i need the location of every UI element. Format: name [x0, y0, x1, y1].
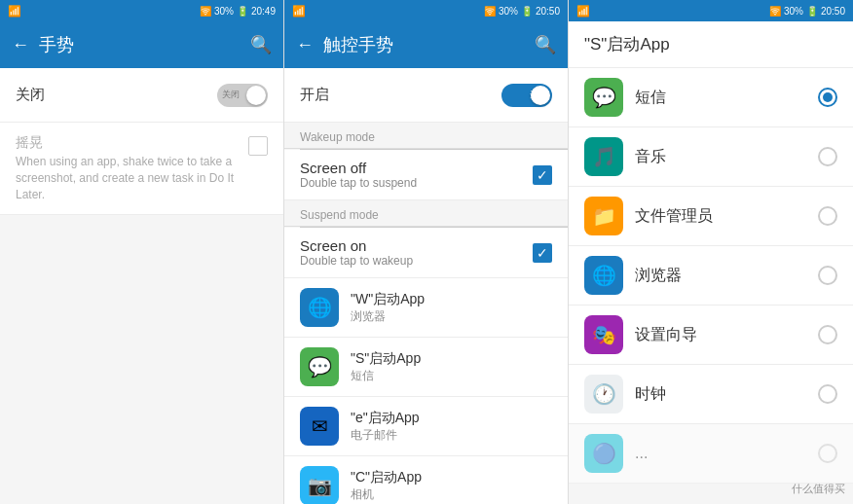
radio-more[interactable] [818, 444, 837, 463]
right-content: 💬 短信 🎵 音乐 📁 文件管理员 🌐 浏览器 🎭 设置向导 [569, 68, 853, 504]
radio-browser[interactable] [818, 266, 837, 285]
radio-sms[interactable] [818, 88, 837, 107]
middle-wifi-icon: 🛜 [484, 6, 496, 17]
app-list-label-more: ... [635, 445, 806, 462]
left-shake-title: 摇晃 [16, 134, 248, 152]
middle-header: ← 触控手势 🔍 [284, 21, 568, 68]
middle-toggle-row: 开启 开启 [284, 68, 568, 123]
middle-content: 开启 开启 Wakeup mode Screen off Double tap … [284, 68, 568, 504]
screen-on-info: Screen on Double tap to wakeup [300, 237, 533, 268]
screen-on-label: Screen on [300, 237, 533, 254]
screen-on-row[interactable]: Screen on Double tap to wakeup ✓ [284, 228, 568, 278]
middle-panel: 📶 🛜 30% 🔋 20:50 ← 触控手势 🔍 开启 开启 Wakeup mo… [284, 0, 569, 504]
left-shake-info: 摇晃 When using an app, shake twice to tak… [16, 134, 248, 202]
right-signal: 30% [784, 6, 803, 17]
left-search-icon[interactable]: 🔍 [250, 34, 272, 55]
app-item-c-info: "C"启动App 相机 [351, 469, 552, 503]
right-status-bar: 📶 🛜 30% 🔋 20:50 [569, 0, 853, 21]
left-shake-desc: When using an app, shake twice to take a… [16, 154, 248, 202]
left-toggle-label: 关闭 [16, 86, 217, 104]
app-list-label-files: 文件管理员 [635, 206, 806, 227]
app-icon-w: 🌐 [300, 288, 339, 327]
right-wifi-icon: 🛜 [769, 6, 781, 17]
app-item-s-info: "S"启动App 短信 [351, 350, 552, 384]
suspend-section-label: Suspend mode [284, 200, 568, 227]
left-toggle-info: 关闭 [16, 86, 217, 104]
middle-search-icon[interactable]: 🔍 [535, 34, 556, 55]
wakeup-section-label: Wakeup mode [284, 123, 568, 149]
right-time: 20:50 [821, 6, 845, 17]
screen-off-sub: Double tap to suspend [300, 176, 533, 190]
app-list-item-files[interactable]: 📁 文件管理员 [569, 187, 853, 246]
middle-status-left: 📶 [292, 5, 306, 18]
left-panel: 📶 🛜 30% 🔋 20:49 ← 手势 🔍 关闭 关闭 摇晃 [0, 0, 284, 504]
middle-battery: 🔋 [521, 6, 533, 17]
left-toggle-switch[interactable]: 关闭 [217, 84, 268, 107]
app-list-item-more[interactable]: 🔵 ... [569, 424, 853, 484]
app-list-item-sms[interactable]: 💬 短信 [569, 68, 853, 127]
right-panel-title: "S"启动App [584, 33, 670, 55]
app-list-icon-clock: 🕐 [584, 375, 623, 414]
app-list-label-clock: 时钟 [635, 384, 806, 405]
left-signal: 30% [214, 6, 234, 17]
right-battery: 🔋 [806, 6, 818, 17]
app-list-icon-sms: 💬 [584, 78, 623, 117]
app-item-c-title: "C"启动App [351, 469, 552, 486]
app-item-w-info: "W"启动App 浏览器 [351, 291, 552, 325]
screen-on-checkbox[interactable]: ✓ [533, 243, 552, 263]
middle-status-right: 🛜 30% 🔋 20:50 [484, 6, 560, 17]
left-toggle-off-text: 关闭 [222, 89, 240, 101]
middle-time: 20:50 [536, 6, 560, 17]
app-item-s[interactable]: 💬 "S"启动App 短信 [284, 338, 568, 397]
right-header: "S"启动App [569, 21, 853, 68]
middle-signal: 30% [499, 6, 518, 17]
left-time: 20:49 [251, 6, 276, 17]
right-status-right: 🛜 30% 🔋 20:50 [769, 6, 845, 17]
middle-toggle-switch[interactable]: 开启 [501, 84, 552, 107]
left-shake-checkbox[interactable] [248, 136, 268, 156]
radio-setup[interactable] [818, 325, 837, 344]
radio-music[interactable] [818, 147, 837, 166]
app-list-icon-music: 🎵 [584, 137, 623, 176]
screen-off-label: Screen off [300, 160, 533, 176]
app-item-c[interactable]: 📷 "C"启动App 相机 [284, 456, 568, 504]
left-status-left: 📶 [8, 5, 21, 18]
app-item-e[interactable]: ✉ "e"启动App 电子邮件 [284, 397, 568, 456]
left-wifi-icon: 🛜 [200, 6, 211, 17]
middle-back-button[interactable]: ← [296, 35, 314, 55]
app-list-label-browser: 浏览器 [635, 266, 806, 286]
left-content: 关闭 关闭 摇晃 When using an app, shake twice … [0, 68, 283, 504]
radio-files[interactable] [818, 206, 837, 226]
app-list-item-music[interactable]: 🎵 音乐 [569, 127, 853, 187]
app-item-w-sub: 浏览器 [351, 308, 552, 325]
left-shake-row[interactable]: 摇晃 When using an app, shake twice to tak… [0, 123, 283, 215]
app-item-e-title: "e"启动App [351, 410, 552, 427]
app-list-item-clock[interactable]: 🕐 时钟 [569, 365, 853, 424]
app-list-icon-more: 🔵 [584, 434, 623, 473]
left-battery: 🔋 [237, 6, 248, 17]
left-toggle-row: 关闭 关闭 [0, 68, 283, 123]
app-item-s-title: "S"启动App [351, 350, 552, 368]
screen-off-row[interactable]: Screen off Double tap to suspend ✓ [284, 150, 568, 200]
app-list-item-setup[interactable]: 🎭 设置向导 [569, 306, 853, 365]
middle-status-bar: 📶 🛜 30% 🔋 20:50 [284, 0, 568, 21]
left-back-button[interactable]: ← [12, 35, 29, 55]
radio-clock[interactable] [818, 384, 837, 404]
middle-toggle-label: 开启 [300, 86, 501, 104]
app-list-icon-setup: 🎭 [584, 315, 623, 354]
left-status-bar: 📶 🛜 30% 🔋 20:49 [0, 0, 283, 21]
app-item-s-sub: 短信 [351, 368, 552, 384]
app-item-e-info: "e"启动App 电子邮件 [351, 410, 552, 444]
app-icon-s: 💬 [300, 347, 339, 386]
app-item-e-sub: 电子邮件 [351, 427, 552, 444]
left-toggle-knob [246, 86, 266, 105]
app-list-item-browser[interactable]: 🌐 浏览器 [569, 246, 853, 306]
app-icon-c: 📷 [300, 466, 339, 504]
app-item-w[interactable]: 🌐 "W"启动App 浏览器 [284, 278, 568, 338]
right-panel: 📶 🛜 30% 🔋 20:50 "S"启动App 💬 短信 🎵 音乐 📁 文件管… [569, 0, 853, 504]
app-icon-e: ✉ [300, 407, 339, 446]
screen-off-checkbox[interactable]: ✓ [533, 165, 552, 185]
app-list-label-music: 音乐 [635, 147, 806, 167]
left-status-right: 🛜 30% 🔋 20:49 [200, 6, 276, 17]
app-item-w-title: "W"启动App [351, 291, 552, 308]
